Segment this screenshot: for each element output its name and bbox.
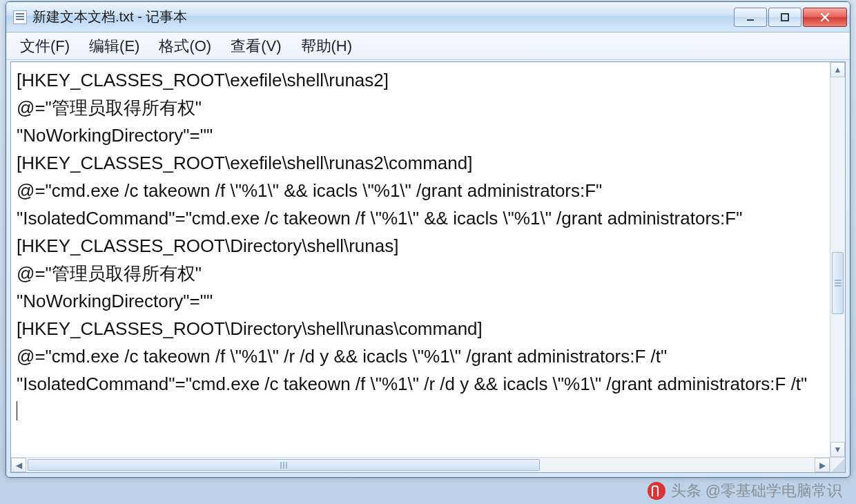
vscroll-track[interactable] — [830, 77, 845, 442]
menu-format[interactable]: 格式(O) — [149, 33, 221, 59]
vscroll-thumb[interactable] — [832, 252, 844, 314]
notepad-window: 新建文本文档.txt - 记事本 文件(F) 编辑(E) 格式(O) 查看(V)… — [6, 1, 850, 478]
notepad-icon — [13, 10, 27, 24]
watermark-text: 头条 @零基础学电脑常识 — [671, 481, 842, 501]
minimize-button[interactable] — [734, 8, 767, 27]
scroll-left-button[interactable]: ◀ — [11, 458, 26, 472]
svg-rect-0 — [747, 19, 754, 21]
hscroll-thumb[interactable] — [28, 459, 540, 471]
watermark-logo-icon — [648, 482, 665, 500]
size-grip[interactable] — [830, 457, 845, 472]
window-controls — [734, 8, 847, 27]
horizontal-scrollbar[interactable]: ◀ ▶ — [11, 457, 830, 472]
scroll-right-button[interactable]: ▶ — [815, 458, 830, 472]
text-editor[interactable]: [HKEY_CLASSES_ROOT\exefile\shell\runas2]… — [11, 62, 830, 457]
text-wrap: [HKEY_CLASSES_ROOT\exefile\shell\runas2]… — [11, 62, 845, 457]
menu-help[interactable]: 帮助(H) — [291, 33, 362, 59]
maximize-button[interactable] — [768, 8, 801, 27]
menu-edit[interactable]: 编辑(E) — [79, 33, 149, 59]
vertical-scrollbar[interactable]: ▲ ▼ — [830, 62, 845, 457]
menubar: 文件(F) 编辑(E) 格式(O) 查看(V) 帮助(H) — [6, 32, 850, 60]
watermark: 头条 @零基础学电脑常识 — [648, 481, 842, 501]
close-icon — [819, 11, 831, 23]
menu-file[interactable]: 文件(F) — [10, 33, 79, 59]
close-button[interactable] — [803, 8, 847, 27]
scroll-up-button[interactable]: ▲ — [830, 62, 845, 77]
client-area: [HKEY_CLASSES_ROOT\exefile\shell\runas2]… — [10, 61, 846, 473]
minimize-icon — [745, 12, 756, 23]
svg-rect-1 — [781, 14, 788, 21]
scroll-down-button[interactable]: ▼ — [830, 442, 845, 457]
titlebar[interactable]: 新建文本文档.txt - 记事本 — [6, 2, 850, 32]
window-title: 新建文本文档.txt - 记事本 — [32, 8, 187, 26]
hscroll-track[interactable] — [26, 458, 815, 472]
maximize-icon — [779, 12, 790, 23]
menu-view[interactable]: 查看(V) — [221, 33, 291, 59]
